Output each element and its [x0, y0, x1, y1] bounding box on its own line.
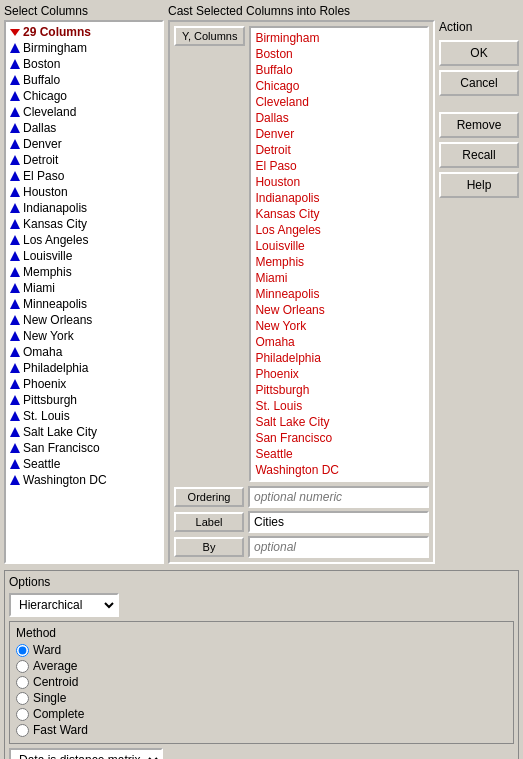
list-item[interactable]: Houston [8, 184, 160, 200]
recall-button[interactable]: Recall [439, 142, 519, 168]
list-item[interactable]: Seattle [253, 446, 425, 462]
method-average-radio[interactable] [16, 660, 29, 673]
method-ward-radio[interactable] [16, 644, 29, 657]
list-item[interactable]: Pittsburgh [8, 392, 160, 408]
list-item[interactable]: Salt Lake City [253, 414, 425, 430]
select-columns-panel: Select Columns 29 Columns BirminghamBost… [4, 4, 164, 564]
column-icon [10, 379, 20, 389]
type-dropdown[interactable]: Hierarchical K-Means DBSCAN [9, 593, 119, 617]
distance-dropdown[interactable]: Data is distance matrix Euclidean Manhat… [9, 748, 163, 759]
list-item[interactable]: Philadelphia [253, 350, 425, 366]
list-item[interactable]: Detroit [253, 142, 425, 158]
list-item[interactable]: Omaha [253, 334, 425, 350]
list-item[interactable]: Kansas City [253, 206, 425, 222]
list-item[interactable]: Memphis [253, 254, 425, 270]
list-item[interactable]: New Orleans [8, 312, 160, 328]
list-item[interactable]: Cleveland [253, 94, 425, 110]
list-item[interactable]: Minneapolis [8, 296, 160, 312]
list-item[interactable]: El Paso [253, 158, 425, 174]
method-group: Method Ward Average Centroid Single Comp… [9, 621, 514, 744]
column-icon [10, 91, 20, 101]
method-centroid-radio[interactable] [16, 676, 29, 689]
triangle-down-icon [10, 29, 20, 36]
list-item[interactable]: Cleveland [8, 104, 160, 120]
options-panel: Options Hierarchical K-Means DBSCAN Meth… [4, 570, 519, 759]
column-icon [10, 219, 20, 229]
select-columns-label: Select Columns [4, 4, 164, 18]
list-item[interactable]: Phoenix [253, 366, 425, 382]
list-item[interactable]: Minneapolis [253, 286, 425, 302]
list-item[interactable]: Detroit [8, 152, 160, 168]
method-fastward-row: Fast Ward [16, 723, 507, 737]
method-fastward-radio[interactable] [16, 724, 29, 737]
cancel-button[interactable]: Cancel [439, 70, 519, 96]
list-item[interactable]: Indianapolis [8, 200, 160, 216]
by-input[interactable] [248, 536, 429, 558]
ok-button[interactable]: OK [439, 40, 519, 66]
list-item[interactable]: St. Louis [253, 398, 425, 414]
list-item[interactable]: Denver [253, 126, 425, 142]
label-input[interactable] [248, 511, 429, 533]
method-complete-radio[interactable] [16, 708, 29, 721]
list-item[interactable]: Louisville [253, 238, 425, 254]
list-item[interactable]: Miami [8, 280, 160, 296]
list-item[interactable]: San Francisco [253, 430, 425, 446]
list-item[interactable]: Washington DC [8, 472, 160, 488]
list-item[interactable]: Kansas City [8, 216, 160, 232]
list-item[interactable]: Chicago [8, 88, 160, 104]
list-item[interactable]: Birmingham [8, 40, 160, 56]
list-item[interactable]: Memphis [8, 264, 160, 280]
list-item[interactable]: Los Angeles [8, 232, 160, 248]
list-item[interactable]: San Francisco [8, 440, 160, 456]
top-row: Select Columns 29 Columns BirminghamBost… [4, 4, 519, 564]
column-icon [10, 315, 20, 325]
cast-cities-list[interactable]: BirminghamBostonBuffaloChicagoClevelandD… [249, 26, 429, 482]
list-item[interactable]: Denver [8, 136, 160, 152]
options-bottom: Data is distance matrix Euclidean Manhat… [9, 748, 514, 759]
list-item[interactable]: Pittsburgh [253, 382, 425, 398]
list-item[interactable]: Washington DC [253, 462, 425, 478]
select-columns-listbox[interactable]: 29 Columns BirminghamBostonBuffaloChicag… [4, 20, 164, 564]
list-item[interactable]: New York [8, 328, 160, 344]
list-item[interactable]: Omaha [8, 344, 160, 360]
list-item[interactable]: Miami [253, 270, 425, 286]
list-item[interactable]: Indianapolis [253, 190, 425, 206]
list-item[interactable]: New York [253, 318, 425, 334]
cast-top: Y, Columns BirminghamBostonBuffaloChicag… [174, 26, 429, 482]
list-item[interactable]: Buffalo [8, 72, 160, 88]
list-item[interactable]: New Orleans [253, 302, 425, 318]
method-single-row: Single [16, 691, 507, 705]
remove-button[interactable]: Remove [439, 112, 519, 138]
list-item[interactable]: Dallas [8, 120, 160, 136]
list-item[interactable]: Buffalo [253, 62, 425, 78]
list-item[interactable]: Boston [8, 56, 160, 72]
column-icon [10, 235, 20, 245]
list-item[interactable]: Los Angeles [253, 222, 425, 238]
column-icon [10, 187, 20, 197]
column-icon [10, 107, 20, 117]
list-item[interactable]: Houston [253, 174, 425, 190]
method-single-radio[interactable] [16, 692, 29, 705]
list-item[interactable]: Chicago [253, 78, 425, 94]
column-icon [10, 267, 20, 277]
main-container: Select Columns 29 Columns BirminghamBost… [0, 0, 523, 759]
label-button[interactable]: Label [174, 512, 244, 532]
list-item[interactable]: Dallas [253, 110, 425, 126]
list-item[interactable]: El Paso [8, 168, 160, 184]
list-item[interactable]: Phoenix [8, 376, 160, 392]
list-item[interactable]: Boston [253, 46, 425, 62]
list-item[interactable]: Birmingham [253, 30, 425, 46]
by-button[interactable]: By [174, 537, 244, 557]
y-columns-button[interactable]: Y, Columns [174, 26, 245, 46]
list-item[interactable]: Salt Lake City [8, 424, 160, 440]
list-item[interactable]: Louisville [8, 248, 160, 264]
ordering-button[interactable]: Ordering [174, 487, 244, 507]
ordering-input[interactable] [248, 486, 429, 508]
help-button[interactable]: Help [439, 172, 519, 198]
column-icon [10, 363, 20, 373]
list-item[interactable]: St. Louis [8, 408, 160, 424]
column-icon [10, 43, 20, 53]
list-item[interactable]: Seattle [8, 456, 160, 472]
list-item[interactable]: Philadelphia [8, 360, 160, 376]
column-icon [10, 171, 20, 181]
